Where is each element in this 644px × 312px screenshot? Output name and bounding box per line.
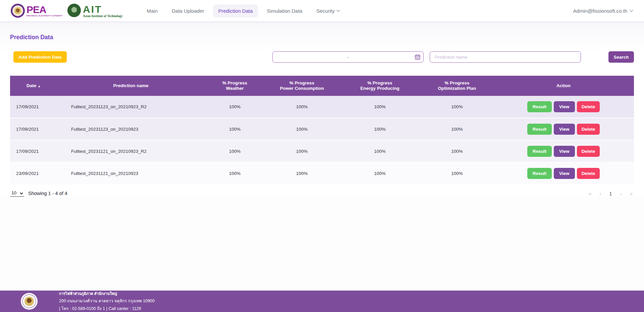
nav-item-main[interactable]: Main xyxy=(142,4,163,17)
date-range-input[interactable] xyxy=(272,51,424,63)
cell-prediction-name: Fulltest_20231121_on_20210923_R2 xyxy=(57,140,205,162)
nav-item-prediction-data[interactable]: Prediction Data xyxy=(213,4,258,17)
cell-progress-power: 100% xyxy=(265,118,339,140)
top-navbar: PEA PROVINCIAL ELECTRICITY AUTHORITY AIT… xyxy=(0,0,644,22)
page-title: Prediction Data xyxy=(10,22,634,41)
add-prediction-data-button[interactable]: Add Prediction Data xyxy=(13,51,67,63)
app-window: PEA PROVINCIAL ELECTRICITY AUTHORITY AIT… xyxy=(0,0,644,312)
delete-button[interactable]: Delete xyxy=(577,124,600,135)
pagination-bar: 10 Showing 1 - 4 of 4 « ‹ 1 › » xyxy=(10,190,634,197)
cell-progress-power: 100% xyxy=(265,140,339,162)
cell-progress-optimization: 100% xyxy=(421,140,493,162)
pea-logo-icon: PEA PROVINCIAL ELECTRICITY AUTHORITY xyxy=(11,4,63,18)
ait-logo-text: AIT xyxy=(83,4,123,14)
user-email: Admin@fissionsoft.co.th xyxy=(573,8,627,14)
cell-prediction-name: Fulltest_20231123_on_20210923_R2 xyxy=(57,96,205,118)
cell-date: 17/09/2021 xyxy=(10,140,57,162)
table-row: 17/09/2021 Fulltest_20231123_on_20210923… xyxy=(10,118,634,140)
result-button[interactable]: Result xyxy=(527,168,552,179)
cell-progress-optimization: 100% xyxy=(421,96,493,118)
pea-logo-caption: PROVINCIAL ELECTRICITY AUTHORITY xyxy=(26,15,63,17)
first-page-icon[interactable]: « xyxy=(589,191,591,196)
delete-button[interactable]: Delete xyxy=(577,168,600,179)
delete-button[interactable]: Delete xyxy=(577,101,600,112)
table-row: 17/09/2021 Fulltest_20231123_on_20210923… xyxy=(10,96,634,118)
cell-action: Result View Delete xyxy=(493,162,634,184)
cell-progress-optimization: 100% xyxy=(421,162,493,184)
cell-date: 17/09/2021 xyxy=(10,96,57,118)
cell-progress-energy: 100% xyxy=(339,96,421,118)
cell-date: 17/09/2021 xyxy=(10,118,57,140)
main-nav: Main Data Uploader Prediction Data Simul… xyxy=(142,4,346,17)
cell-progress-optimization: 100% xyxy=(421,118,493,140)
chevron-down-icon xyxy=(336,10,340,12)
table-row: 17/09/2021 Fulltest_20231121_on_20210923… xyxy=(10,140,634,162)
pagination-summary: Showing 1 - 4 of 4 xyxy=(28,191,67,196)
result-button[interactable]: Result xyxy=(527,101,552,112)
cell-progress-weather: 100% xyxy=(205,140,265,162)
cell-progress-weather: 100% xyxy=(205,118,265,140)
cell-action: Result View Delete xyxy=(493,140,634,162)
cell-prediction-name: Fulltest_20231123_on_20210923 xyxy=(57,118,205,140)
nav-item-security-label: Security xyxy=(316,8,334,14)
cell-progress-power: 100% xyxy=(265,96,339,118)
footer-phone: | โทร : 02-589-0100 ถึง 1 | Call canter … xyxy=(59,305,155,312)
page-number[interactable]: 1 xyxy=(609,191,612,196)
chevron-down-icon xyxy=(630,10,633,12)
cell-action: Result View Delete xyxy=(493,96,634,118)
view-button[interactable]: View xyxy=(554,146,575,157)
main-content: Prediction Data Add Prediction Data Sear… xyxy=(0,22,644,197)
column-header-progress-power: % Progress Power Consumption xyxy=(265,76,339,96)
cell-prediction-name: Fulltest_20231121_on_20210923 xyxy=(57,162,205,184)
page-size-select[interactable]: 10 xyxy=(10,190,24,197)
result-button[interactable]: Result xyxy=(527,146,552,157)
view-button[interactable]: View xyxy=(554,168,575,179)
column-header-prediction-name: Prediction name xyxy=(57,76,205,96)
result-button[interactable]: Result xyxy=(527,124,552,135)
ait-logo-icon: AIT Asian Institute of Technology xyxy=(67,4,123,18)
pea-emblem-icon xyxy=(11,4,25,18)
prev-page-icon[interactable]: ‹ xyxy=(599,191,601,196)
view-button[interactable]: View xyxy=(554,101,575,112)
table-row: 23/09/2021 Fulltest_20231121_on_20210923… xyxy=(10,162,634,184)
cell-progress-weather: 100% xyxy=(205,96,265,118)
prediction-name-input[interactable] xyxy=(430,51,581,63)
user-menu[interactable]: Admin@fissionsoft.co.th xyxy=(573,8,633,14)
ait-emblem-icon xyxy=(67,4,81,17)
nav-item-data-uploader[interactable]: Data Uploader xyxy=(166,4,210,17)
delete-button[interactable]: Delete xyxy=(577,146,600,157)
calendar-icon[interactable] xyxy=(415,54,420,60)
toolbar: Add Prediction Data Search xyxy=(10,51,634,63)
cell-progress-energy: 100% xyxy=(339,140,421,162)
nav-item-simulation-data[interactable]: Simulation Data xyxy=(261,4,308,17)
ait-logo-caption: Asian Institute of Technology xyxy=(83,15,123,18)
pagination-controls: « ‹ 1 › » xyxy=(589,191,634,196)
footer-org-name: การไฟฟ้าส่วนภูมิภาค สำนักงานใหญ่ xyxy=(59,291,155,297)
date-range-picker xyxy=(272,51,424,63)
footer-address: 200 ถนนงามวงศ์วาน ลาดยาว จตุจักร กรุงเทพ… xyxy=(59,298,155,304)
pea-footer-emblem-icon xyxy=(21,293,38,310)
next-page-icon[interactable]: › xyxy=(620,191,622,196)
column-header-progress-weather: % Progress Weather xyxy=(205,76,265,96)
column-header-progress-optimization: % Progress Optimization Plan xyxy=(421,76,493,96)
footer: การไฟฟ้าส่วนภูมิภาค สำนักงานใหญ่ 200 ถนน… xyxy=(0,291,644,312)
brand: PEA PROVINCIAL ELECTRICITY AUTHORITY AIT… xyxy=(11,4,123,18)
column-header-progress-energy: % Progress Energy Producing xyxy=(339,76,421,96)
cell-progress-energy: 100% xyxy=(339,118,421,140)
cell-action: Result View Delete xyxy=(493,118,634,140)
search-button[interactable]: Search xyxy=(608,51,634,63)
cell-progress-power: 100% xyxy=(265,162,339,184)
cell-date: 23/09/2021 xyxy=(10,162,57,184)
prediction-data-table: Date▲ Prediction name % Progress Weather… xyxy=(10,76,634,184)
view-button[interactable]: View xyxy=(554,124,575,135)
column-header-date[interactable]: Date▲ xyxy=(10,76,57,96)
pea-logo-text: PEA xyxy=(26,5,63,15)
column-header-action: Action xyxy=(493,76,634,96)
cell-progress-weather: 100% xyxy=(205,162,265,184)
sort-asc-icon: ▲ xyxy=(38,84,41,88)
nav-item-security[interactable]: Security xyxy=(311,4,345,17)
table-header-row: Date▲ Prediction name % Progress Weather… xyxy=(10,76,634,96)
cell-progress-energy: 100% xyxy=(339,162,421,184)
last-page-icon[interactable]: » xyxy=(630,191,633,196)
